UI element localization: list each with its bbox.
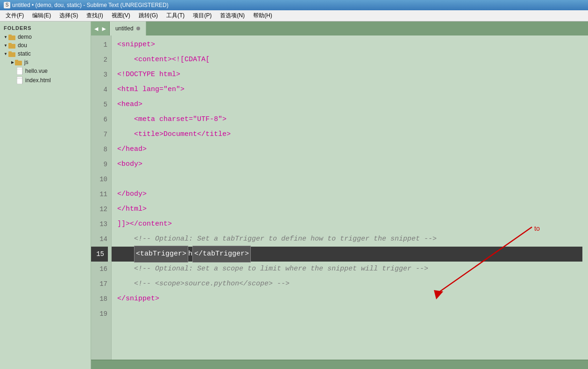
- sidebar-item-index-html[interactable]: index.html: [0, 76, 91, 85]
- code-line-4: <html lang="en">: [117, 82, 588, 97]
- sidebar-item-js[interactable]: ▶ js: [0, 58, 91, 66]
- code-line-19: [117, 306, 588, 321]
- code-line-9: <body>: [117, 157, 588, 172]
- sidebar-item-dou[interactable]: ▼ dou: [0, 41, 91, 50]
- svg-rect-2: [8, 44, 15, 49]
- sidebar-header: FOLDERS: [0, 23, 91, 33]
- code-text: >: [180, 82, 184, 97]
- menu-item-n[interactable]: 首选项(N): [216, 11, 248, 21]
- nav-back[interactable]: ◀: [93, 25, 99, 33]
- line-num-11: 11: [91, 187, 107, 202]
- code-line-6: <meta charset="UTF-8">: [117, 112, 588, 127]
- code-line-1: <snippet>: [117, 37, 588, 52]
- code-text: "en": [163, 82, 180, 97]
- code-line-11: </body>: [117, 187, 588, 202]
- svg-rect-7: [15, 60, 18, 61]
- line-num-10: 10: [91, 172, 107, 187]
- file-icon: [17, 77, 23, 84]
- line-num-17: 17: [91, 277, 107, 291]
- code-text-h: h: [188, 247, 192, 262]
- line-num-15: 15: [91, 247, 108, 262]
- folder-name-demo: demo: [18, 34, 32, 40]
- code-line-12: </html>: [117, 202, 588, 217]
- menu-item-e[interactable]: 编辑(E): [28, 11, 55, 21]
- tabtrigger-close-highlight: </tabTrigger>: [192, 246, 251, 263]
- line-num-7: 7: [91, 127, 107, 142]
- code-line-10: [117, 172, 588, 187]
- code-text: <!-- Optional: Set a tabTrigger to defin…: [117, 232, 437, 247]
- file-name-index-html: index.html: [25, 77, 51, 84]
- code-text: <meta charset=: [117, 112, 193, 127]
- menu-item-i[interactable]: 查找(I): [83, 11, 106, 21]
- line-num-9: 9: [91, 157, 107, 172]
- code-line-14: <!-- Optional: Set a tabTrigger to defin…: [117, 232, 588, 247]
- status-bar: [91, 360, 588, 369]
- line-num-5: 5: [91, 97, 107, 112]
- code-line-5: <head>: [117, 97, 588, 112]
- code-text: </snippet>: [117, 291, 159, 306]
- folder-name-js: js: [24, 59, 28, 65]
- line-num-19: 19: [91, 306, 107, 321]
- folder-icon: [8, 34, 16, 40]
- code-text: [117, 306, 121, 321]
- code-line-15: <tabTrigger>h</tabTrigger>: [112, 247, 582, 262]
- sidebar-item-hello-vue[interactable]: hello.vue: [0, 66, 91, 76]
- code-editor[interactable]: 1 2 3 4 5 6 7 8 9 10 11 12 13 14 15 16 1…: [91, 35, 588, 360]
- expand-icon: ▼: [4, 43, 7, 48]
- nav-forward[interactable]: ▶: [100, 25, 107, 33]
- tab-name: untitled: [115, 25, 134, 32]
- menu-item-s[interactable]: 选择(S): [56, 11, 82, 21]
- code-line-3: <!DOCTYPE html>: [117, 67, 588, 82]
- folder-icon: [15, 59, 22, 65]
- tab-bar: ◀ ▶ untitled: [91, 21, 588, 35]
- line-num-2: 2: [91, 52, 107, 67]
- folder-icon: [8, 43, 16, 49]
- code-text: <!DOCTYPE html>: [117, 67, 180, 82]
- code-line-16: <!-- Optional: Set a scope to limit wher…: [117, 262, 588, 277]
- code-text: [117, 172, 121, 187]
- menu-item-v[interactable]: 视图(V): [108, 11, 134, 21]
- code-line-18: </snippet>: [117, 291, 588, 306]
- line-num-3: 3: [91, 67, 107, 82]
- code-text: <snippet>: [117, 37, 155, 52]
- tab-untitled[interactable]: untitled: [110, 21, 146, 35]
- svg-rect-3: [8, 43, 12, 44]
- sidebar-item-demo[interactable]: ▼ demo: [0, 33, 91, 41]
- menu-item-g[interactable]: 跳转(G): [135, 11, 162, 21]
- code-text: <content><![CDATA[: [117, 52, 210, 67]
- tabtrigger-highlight: <tabTrigger>: [134, 246, 188, 263]
- sidebar-item-static[interactable]: ▼ static: [0, 50, 91, 58]
- menu-item-h[interactable]: 帮助(H): [249, 11, 276, 21]
- tab-modified-indicator: [136, 27, 140, 30]
- expand-icon: ▼: [4, 35, 7, 39]
- line-num-13: 13: [91, 217, 107, 232]
- code-text: <title>Document</title>: [117, 127, 231, 142]
- code-text: </head>: [117, 142, 147, 157]
- expand-icon: ▶: [11, 60, 14, 64]
- title-bar: S untitled • (demo, dou, static) - Subli…: [0, 0, 588, 10]
- main-layout: FOLDERS ▼ demo ▼ dou ▼ static: [0, 21, 588, 369]
- menu-item-t[interactable]: 工具(T): [163, 11, 188, 21]
- folder-name-dou: dou: [18, 42, 27, 49]
- line-num-14: 14: [91, 232, 107, 247]
- menu-item-p[interactable]: 项目(P): [189, 11, 215, 21]
- line-num-8: 8: [91, 142, 107, 157]
- svg-rect-10: [17, 77, 22, 84]
- file-name-hello-vue: hello.vue: [25, 68, 48, 74]
- code-text: <body>: [117, 157, 142, 172]
- code-line-17: <!-- <scope>source.python</scope> -->: [117, 277, 588, 291]
- nav-arrows: ◀ ▶: [91, 21, 110, 35]
- code-text: <html lang=: [117, 82, 163, 97]
- code-text: "UTF-8": [193, 112, 222, 127]
- line-num-12: 12: [91, 202, 107, 217]
- file-icon: [17, 67, 23, 75]
- code-text: <!-- Optional: Set a scope to limit wher…: [117, 262, 428, 277]
- sidebar: FOLDERS ▼ demo ▼ dou ▼ static: [0, 21, 91, 369]
- menu-item-f[interactable]: 文件(F): [2, 11, 28, 21]
- code-line-13: ]]></content>: [117, 217, 588, 232]
- code-content[interactable]: <snippet> <content><![CDATA[ <!DOCTYPE h…: [112, 35, 588, 360]
- svg-rect-5: [8, 51, 12, 53]
- code-line-8: </head>: [117, 142, 588, 157]
- window-title: untitled • (demo, dou, static) - Sublime…: [12, 2, 169, 8]
- line-num-6: 6: [91, 112, 107, 127]
